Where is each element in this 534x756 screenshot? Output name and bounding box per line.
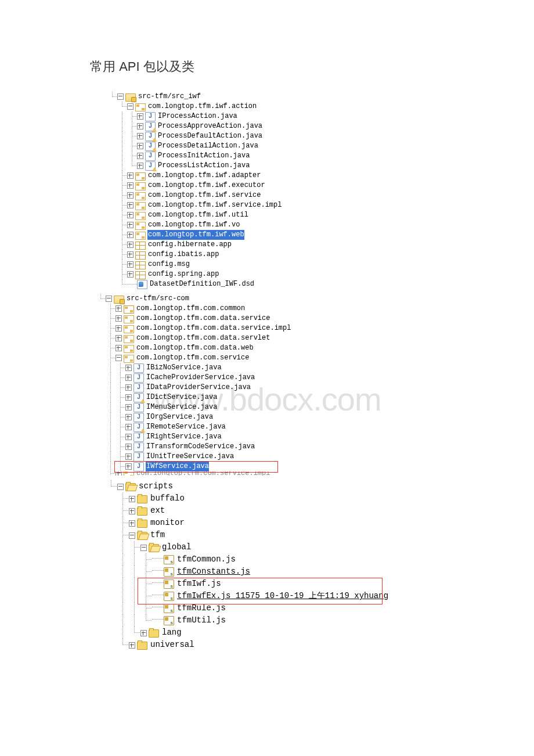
node-label: com.longtop.tfm.iwf.adapter [147,171,261,181]
tree-node[interactable]: IWfService.java [96,462,447,471]
tree-node[interactable]: com.longtop.tfm.com.data.service [96,314,447,323]
tree-node[interactable]: com.longtop.tfm.iwf.executor [107,181,447,190]
java-file-icon [134,433,144,442]
tree-node[interactable]: IRemoteService.java [96,422,447,432]
node-label: config.spring.app [147,269,219,279]
node-label: tfmIwfEx.js 11575 10-10-19 上午11:19 xyhua… [176,590,388,602]
tree-node[interactable]: IBizNoService.java [96,363,447,373]
tree-node[interactable]: config.ibatis.app [107,250,447,260]
tree-node[interactable]: tfmIwfEx.js 11575 10-10-19 上午11:19 xyhua… [106,590,447,602]
package-icon [135,271,146,279]
tree-node[interactable]: ext [106,505,447,517]
js-file-icon [164,616,174,625]
node-label: ProcessListAction.java [157,161,250,171]
tree-node[interactable]: IRightService.java [96,432,447,442]
package-icon [135,182,146,190]
node-label: com.longtop.tfm.com.data.service [136,314,270,323]
source-folder-icon [114,296,124,304]
node-label: tfmConstants.js [176,566,250,578]
tree-node[interactable]: DatasetDefinition_IWF.dsd [107,279,447,289]
tree-node[interactable]: tfmRule.js [106,602,447,614]
node-label: ProcessInitAction.java [157,151,250,161]
node-label: IDictService.java [146,393,217,402]
package-icon [135,242,146,250]
package-icon [135,261,146,269]
tree-node[interactable]: IDataProviderService.java [96,383,447,393]
tree-node[interactable]: IDictService.java [96,393,447,402]
tree-node[interactable]: ICacheProviderService.java [96,373,447,383]
tree-node[interactable]: buffalo [106,492,447,505]
node-label: com.longtop.tfm.iwf.web [147,230,244,240]
node-label: config.ibatis.app [147,250,219,260]
title-api: API [119,59,139,74]
tree-node[interactable]: com.longtop.tfm.com.data.service.impl [96,323,447,333]
tree-node[interactable]: tfm [106,529,447,541]
folder-icon [137,520,147,528]
java-file-icon [134,393,144,402]
node-label: tfmIwf.js [176,578,221,590]
tree-node[interactable]: com.longtop.tfm.iwf.service [107,190,447,200]
title-cn-suffix: 包以及类 [140,59,194,74]
node-label: IProcessAction.java [157,111,237,121]
tree-node[interactable]: com.longtop.tfm.iwf.adapter [107,171,447,181]
tree-node[interactable]: scripts [106,480,447,492]
node-label: IMenuService.java [146,402,217,412]
tree-node[interactable]: IMenuService.java [96,402,447,412]
node-label: src-tfm/src-com [126,294,189,304]
tree-node[interactable]: universal [106,639,447,651]
java-file-icon [134,452,144,462]
tree-node[interactable]: com.longtop.tfm.com.common [96,304,447,314]
tree-scripts: scripts buffalo ext monitor tfm global t… [106,480,447,651]
tree-node[interactable]: config.hibernate.app [107,240,447,250]
tree-node[interactable]: com.longtop.tfm.iwf.web [107,230,447,240]
tree-src-com: src-tfm/src-com com.longtop.tfm.com.comm… [96,294,447,476]
tree-node[interactable]: lang [106,627,447,639]
tree-node[interactable]: monitor [106,517,447,529]
tree-node[interactable]: com.longtop.tfm.com.data.servlet [96,333,447,343]
node-label: ProcessApproveAction.java [157,121,262,131]
tree-node[interactable]: tfmUtil.js [106,614,447,627]
tree-node[interactable]: com.longtop.tfm.iwf.service.impl [107,200,447,210]
java-file-icon [134,442,144,452]
node-label: IRightService.java [146,432,222,442]
node-label: universal [150,639,194,651]
tree-node[interactable]: config.spring.app [107,269,447,279]
node-label: config.hibernate.app [147,240,232,250]
tree-node[interactable]: ProcessInitAction.java [107,151,447,161]
node-label: tfmCommon.js [176,553,236,566]
package-icon [124,345,134,353]
tree-node[interactable]: global [106,541,447,553]
node-label: IOrgService.java [146,412,213,422]
node-label: com.longtop.tfm.iwf.action [147,102,257,111]
node-label: com.longtop.tfm.iwf.service.impl [147,200,282,210]
tree-node[interactable]: config.msg [107,260,447,269]
tree-node[interactable]: IProcessAction.java [107,111,447,121]
tree-node[interactable]: IOrgService.java [96,412,447,422]
tree-node[interactable]: ProcessApproveAction.java [107,121,447,131]
tree-node[interactable]: tfmConstants.js [106,566,447,578]
tree-node[interactable]: com.longtop.tfm.iwf.action [107,102,447,111]
node-label: com.longtop.tfm.iwf.vo [147,220,240,230]
tree-node[interactable]: ProcessDetailAction.java [107,141,447,151]
tree-node[interactable]: IUnitTreeService.java [96,452,447,462]
tree-node[interactable]: ITransformCodeService.java [96,442,447,452]
node-label: ITransformCodeService.java [146,442,255,452]
tree-node[interactable]: src-tfm/src_iwf [107,92,447,102]
tree-node[interactable]: src-tfm/src-com [96,294,447,304]
java-file-icon [145,142,156,151]
tree-node[interactable]: tfmCommon.js [106,553,447,566]
package-icon [135,222,146,230]
node-label: IDataProviderService.java [146,383,251,393]
tree-node[interactable]: ProcessDefaultAction.java [107,131,447,141]
node-label: monitor [150,517,185,529]
tree-node[interactable]: com.longtop.tfm.iwf.vo [107,220,447,230]
node-label: global [161,541,191,553]
tree-node[interactable]: com.longtop.tfm.iwf.util [107,210,447,220]
node-label: tfm [150,529,165,541]
java-file-icon [145,132,156,141]
tree-node[interactable]: com.longtop.tfm.com.data.web [96,343,447,353]
tree-node[interactable]: com.longtop.tfm.com.service [96,353,447,363]
tree-node[interactable]: tfmIwf.js [106,578,447,590]
node-label: ICacheProviderService.java [146,373,255,383]
tree-node[interactable]: ProcessListAction.java [107,161,447,171]
